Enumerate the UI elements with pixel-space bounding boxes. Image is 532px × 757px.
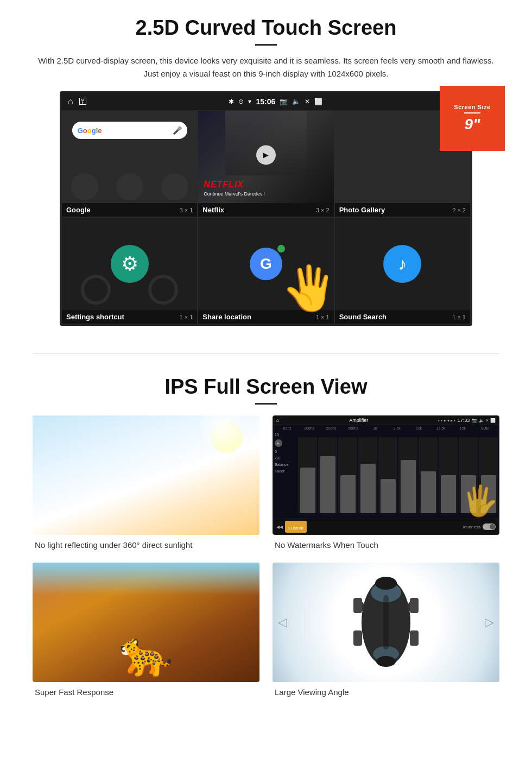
amp-freq-2: 100hz (298, 426, 320, 430)
amp-freq-1: 60hz (276, 426, 298, 430)
gallery-app-name: Photo Gallery (339, 206, 385, 214)
netflix-app-size: 3 × 2 (316, 207, 330, 213)
settings-bg-circle-2 (148, 275, 178, 305)
google-app-name: Google (66, 206, 91, 214)
sound-icon-circle: ♪ (383, 245, 421, 283)
close-icon[interactable]: ✕ (305, 98, 310, 105)
amp-slider-7[interactable] (419, 437, 438, 513)
view-arrow-right: ▷ (485, 615, 494, 629)
maps-icon: G (250, 248, 282, 280)
svg-point-3 (375, 577, 397, 590)
amp-custom-label: Custom (288, 526, 303, 531)
badge-title: Screen Size (454, 104, 490, 110)
settings-icon-circle: ⚙ (111, 245, 149, 283)
amp-slider-8[interactable] (439, 437, 458, 513)
section1-description: With 2.5D curved-display screen, this de… (33, 54, 499, 80)
amp-header: ⌂ Amplifier ▪ ▪ ♦ ▾ ▸ ▪ 17:33 📷 🔈 ✕ ⬜ (273, 416, 499, 425)
settings-cell-inner: ⚙ (62, 218, 197, 310)
netflix-app-name: Netflix (202, 206, 224, 214)
volume-icon[interactable]: 🔈 (292, 98, 300, 105)
amp-freq-7: 10k (408, 426, 429, 430)
amp-label-n10: -10 (275, 456, 295, 460)
features-grid: No light reflecting under 360° direct su… (33, 415, 499, 697)
car-image: ◁ ▷ (273, 563, 499, 682)
netflix-logo: NETFLIX (204, 180, 244, 190)
section1-title: 2.5D Curved Touch Screen (33, 16, 499, 40)
app-cell-settings[interactable]: ⚙ Settings shortcut 1 × 1 (61, 217, 198, 324)
amp-slider-6[interactable] (398, 437, 417, 513)
app-cell-share[interactable]: G 🖐 Share location 1 × 1 (198, 217, 334, 324)
settings-app-name: Settings shortcut (66, 313, 124, 321)
amp-slider-5[interactable] (378, 437, 397, 513)
feature-sunlight: No light reflecting under 360° direct su… (33, 415, 259, 550)
share-app-size: 1 × 1 (316, 314, 330, 320)
bg-icons (62, 173, 197, 200)
share-cell-inner: G 🖐 (198, 218, 333, 310)
amp-slider-1[interactable] (298, 437, 317, 513)
section-ips: IPS Full Screen View No light reflecting… (0, 370, 532, 713)
sun-rays (33, 415, 259, 535)
amp-balance-speaker: 🔈 (276, 441, 281, 445)
amp-fill-6 (401, 460, 416, 513)
amp-balance-label: Balance (275, 463, 295, 466)
amp-toggle[interactable] (483, 523, 496, 530)
sunlight-image (33, 415, 259, 535)
google-label-row: Google 3 × 1 (62, 203, 197, 217)
car-caption: Large Viewing Angle (273, 687, 499, 697)
google-app-size: 3 × 1 (180, 207, 193, 213)
netflix-cell-inner: ▶ NETFLIX Continue Marvel's Daredevil (198, 111, 333, 203)
amp-custom-btn[interactable]: Custom (285, 521, 307, 533)
cheetah-image: 🐆 (33, 563, 259, 682)
sunlight-caption: No light reflecting under 360° direct su… (33, 540, 259, 550)
amp-fill-3 (340, 475, 356, 513)
netflix-content: ▶ NETFLIX Continue Marvel's Daredevil (198, 111, 333, 203)
amp-slider-2[interactable] (318, 437, 337, 513)
amp-freq-5: 1k (364, 426, 386, 430)
amp-fill-4 (360, 464, 376, 513)
device-frame: ⌂ ⚿ ✱ ⊙ ▾ 15:06 📷 🔈 ✕ ⬜ (60, 91, 472, 326)
app-grid: Google 🎤 Google 3 × 1 (61, 110, 471, 324)
camera-icon[interactable]: 📷 (280, 98, 288, 105)
amp-freq-8: 12.5k (430, 426, 452, 430)
amp-freq-4: 500hz (342, 426, 364, 430)
svg-rect-10 (410, 630, 419, 646)
location-icon: ⊙ (238, 98, 244, 105)
wifi-icon: ▾ (248, 98, 251, 105)
amp-fader-label: Fader (275, 469, 295, 473)
sound-cell-inner: ♪ (335, 218, 470, 310)
status-bar: ⌂ ⚿ ✱ ⊙ ▾ 15:06 📷 🔈 ✕ ⬜ (61, 93, 471, 110)
amplifier-image: ⌂ Amplifier ▪ ▪ ♦ ▾ ▸ ▪ 17:33 📷 🔈 ✕ ⬜ 60… (273, 415, 499, 535)
window-icon[interactable]: ⬜ (314, 98, 322, 105)
bg-icon-1 (71, 173, 98, 200)
home-icon[interactable]: ⌂ (68, 97, 73, 106)
gallery-app-size: 2 × 2 (452, 207, 466, 213)
settings-gear-icon: ⚙ (121, 253, 138, 275)
cheetah-sky (33, 563, 259, 595)
svg-rect-11 (383, 595, 389, 649)
sound-label-row: Sound Search 1 × 1 (335, 310, 470, 324)
maps-pin (277, 245, 285, 253)
amp-freq-labels: 60hz 100hz 200hz 500hz 1k 2.5k 10k 12.5k… (273, 425, 499, 431)
amp-slider-4[interactable] (358, 437, 377, 513)
mic-icon[interactable]: 🎤 (173, 126, 182, 135)
app-cell-sound[interactable]: ♪ Sound Search 1 × 1 (334, 217, 471, 324)
netflix-play-button[interactable]: ▶ (256, 145, 276, 165)
netflix-label-row: Netflix 3 × 2 (198, 203, 333, 217)
app-cell-google[interactable]: Google 🎤 Google 3 × 1 (61, 110, 198, 217)
svg-rect-7 (353, 598, 362, 613)
amp-slider-3[interactable] (338, 437, 357, 513)
status-center: ✱ ⊙ ▾ 15:06 📷 🔈 ✕ ⬜ (87, 97, 464, 106)
sound-app-size: 1 × 1 (452, 314, 466, 320)
bg-icon-2 (116, 173, 143, 200)
pointing-hand: 🖐 (282, 267, 337, 310)
device-wrapper: Screen Size 9" ⌂ ⚿ ✱ ⊙ ▾ 15:06 📷 🔈 ✕ (60, 91, 472, 326)
app-cell-netflix[interactable]: ▶ NETFLIX Continue Marvel's Daredevil Ne… (198, 110, 334, 217)
screen-size-badge: Screen Size 9" (440, 86, 505, 151)
amp-back-icon[interactable]: ◀◀ (276, 525, 283, 529)
amp-freq-10: SUB (474, 426, 496, 430)
section2-divider (255, 403, 277, 405)
google-search-bar[interactable]: Google 🎤 (72, 122, 187, 139)
amp-label-10: 10 (275, 433, 295, 437)
bg-icon-3 (161, 173, 188, 200)
amp-title: Amplifier (279, 418, 438, 423)
